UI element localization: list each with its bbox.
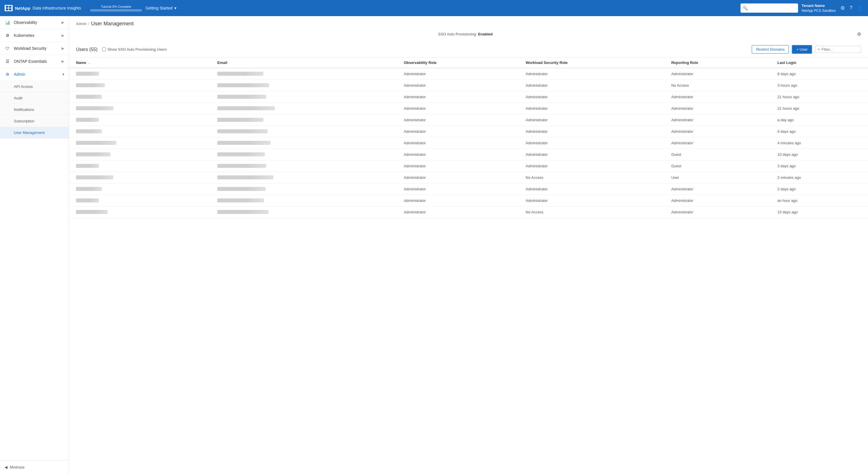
- cell-workload-security-role: Administrator: [519, 195, 664, 206]
- col-last-login: Last Login: [770, 58, 868, 68]
- sidebar-item-notifications[interactable]: Notifications: [0, 104, 69, 116]
- getting-started-label: Getting Started: [145, 6, 173, 10]
- cell-name: xxxxxxxx: [69, 149, 210, 160]
- breadcrumb-current: User Management: [91, 21, 133, 27]
- users-count: (55): [89, 47, 97, 52]
- cell-name: xxxxxxxx: [69, 172, 210, 183]
- search-box[interactable]: 🔍: [741, 3, 798, 13]
- users-title-text: Users: [76, 47, 88, 52]
- table-row[interactable]: xxxxxxxxxxxxxxxxxxxxxxxxAdministratorNo …: [69, 172, 868, 183]
- sidebar-item-workload-security[interactable]: 🛡 Workload Security ▶: [0, 42, 69, 55]
- search-input[interactable]: [749, 6, 796, 10]
- app-logo: NetApp Data Infrastructure Insights: [5, 5, 81, 11]
- sso-auto-label: SSO Auto Provisioning:: [438, 32, 477, 36]
- cell-workload-security-role: Administrator: [519, 137, 664, 149]
- chevron-down-icon: ▾: [62, 72, 64, 76]
- sso-checkbox-label[interactable]: Show SSO Auto Provisioning Users: [102, 47, 167, 52]
- sso-settings-icon[interactable]: ⚙: [857, 31, 861, 37]
- sidebar-item-label: Workload Security: [14, 46, 58, 51]
- minimize-button[interactable]: ◀ Minimize: [0, 460, 69, 474]
- cell-email: xxxxxxxxxxxxxxxx: [210, 80, 397, 91]
- cell-reporting-role: Administrator: [664, 137, 770, 149]
- cell-reporting-role: Administrator: [664, 206, 770, 218]
- chevron-right-icon: ▶: [62, 33, 64, 37]
- svg-rect-2: [6, 8, 8, 10]
- table-row[interactable]: xxxxxxxxxxxxxxxxxxxxxxxxAdministratorNo …: [69, 206, 868, 218]
- cell-workload-security-role: Administrator: [519, 80, 664, 91]
- sidebar-item-observability[interactable]: 📊 Observability ▶: [0, 16, 69, 29]
- list-icon: ☰: [5, 59, 10, 64]
- col-name[interactable]: Name ↓: [69, 58, 210, 68]
- table-row[interactable]: xxxxxxxxxxxxxxxxxxxxxxxxAdministratorAdm…: [69, 183, 868, 195]
- tutorial-progress-bar: [90, 9, 142, 11]
- cell-last-login: 21 hours ago: [770, 103, 868, 114]
- table-row[interactable]: xxxxxxxxxxxxxxxxxxxxxxxxAdministratorAdm…: [69, 126, 868, 137]
- svg-rect-3: [9, 8, 11, 10]
- cell-observability-role: Administrator: [397, 68, 519, 80]
- audit-label: Audit: [14, 96, 23, 100]
- user-icon[interactable]: 👤: [857, 5, 863, 11]
- users-header: Users (55) Show SSO Auto Provisioning Us…: [69, 41, 868, 58]
- chevron-down-icon: ▾: [175, 6, 177, 10]
- cell-workload-security-role: Administrator: [519, 114, 664, 126]
- filter-input[interactable]: [822, 47, 859, 52]
- cell-observability-role: Administrator: [397, 80, 519, 91]
- svg-rect-1: [9, 6, 11, 8]
- table-row[interactable]: xxxxxxxxxxxxxxxxxxxxxxxxAdministratorAdm…: [69, 80, 868, 91]
- cell-email: xxxxxxxxxxxxxxxx: [210, 172, 397, 183]
- restrict-domains-button[interactable]: Restrict Domains: [752, 45, 789, 54]
- getting-started-button[interactable]: Getting Started ▾: [145, 6, 176, 10]
- cell-reporting-role: Administrator: [664, 183, 770, 195]
- cell-observability-role: Administrator: [397, 103, 519, 114]
- app-name: Data Infrastructure Insights: [33, 6, 81, 10]
- subscription-label: Subscription: [14, 119, 34, 123]
- table-row[interactable]: xxxxxxxxxxxxxxxxxxxxxxxxAdministratorAdm…: [69, 149, 868, 160]
- cell-name: xxxxxxxx: [69, 114, 210, 126]
- table-row[interactable]: xxxxxxxxxxxxxxxxxxxxxxxxAdministratorAdm…: [69, 137, 868, 149]
- sidebar-item-user-management[interactable]: User Management: [0, 127, 69, 139]
- logo-text: NetApp: [15, 6, 30, 11]
- cell-last-login: 4 days ago: [770, 126, 868, 137]
- cell-name: xxxxxxxx: [69, 103, 210, 114]
- table-row[interactable]: xxxxxxxxxxxxxxxxxxxxxxxxAdministratorAdm…: [69, 114, 868, 126]
- svg-rect-0: [6, 6, 8, 8]
- cell-observability-role: Administrator: [397, 183, 519, 195]
- filter-input-wrapper[interactable]: ≡: [815, 46, 861, 53]
- breadcrumb-parent[interactable]: Admin: [76, 22, 87, 26]
- chevron-right-icon: ▶: [62, 47, 64, 50]
- breadcrumb: Admin / User Management: [69, 16, 868, 29]
- bar-chart-icon: 📊: [5, 20, 10, 25]
- cell-email: xxxxxxxxxxxxxxxx: [210, 160, 397, 172]
- cell-last-login: 15 days ago: [770, 206, 868, 218]
- users-actions: Restrict Domains + User ≡: [752, 45, 861, 54]
- table-row[interactable]: xxxxxxxxxxxxxxxxxxxxxxxxAdministratorAdm…: [69, 160, 868, 172]
- sidebar-item-api-access[interactable]: API Access: [0, 81, 69, 92]
- cell-email: xxxxxxxxxxxxxxxx: [210, 195, 397, 206]
- sidebar-item-kubernetes[interactable]: ⚙ Kubernetes ▶: [0, 29, 69, 42]
- cell-email: xxxxxxxxxxxxxxxx: [210, 183, 397, 195]
- cell-last-login: 10 days ago: [770, 149, 868, 160]
- table-row[interactable]: xxxxxxxxxxxxxxxxxxxxxxxxAdministratorAdm…: [69, 103, 868, 114]
- cell-name: xxxxxxxx: [69, 183, 210, 195]
- sso-checkbox[interactable]: [102, 48, 106, 51]
- cell-observability-role: Administrator: [397, 114, 519, 126]
- cell-observability-role: Administrator: [397, 91, 519, 103]
- add-user-button[interactable]: + User: [792, 45, 812, 54]
- cell-observability-role: Administrator: [397, 206, 519, 218]
- kubernetes-icon: ⚙: [5, 33, 10, 38]
- table-row[interactable]: xxxxxxxxxxxxxxxxxxxxxxxxAdministratorAdm…: [69, 68, 868, 80]
- admin-gear-icon: ⚙: [5, 72, 10, 77]
- cell-last-login: 3 days ago: [770, 160, 868, 172]
- help-icon[interactable]: ?: [849, 5, 852, 11]
- cell-last-login: 4 minutes ago: [770, 137, 868, 149]
- table-row[interactable]: xxxxxxxxxxxxxxxxxxxxxxxxAdministratorAdm…: [69, 195, 868, 206]
- main-content: Admin / User Management SSO Auto Provisi…: [69, 16, 868, 474]
- sidebar-item-ontap-essentials[interactable]: ☰ ONTAP Essentials ▶: [0, 55, 69, 68]
- sidebar-item-audit[interactable]: Audit: [0, 92, 69, 104]
- notifications-label: Notifications: [14, 108, 34, 112]
- search-icon: 🔍: [743, 6, 748, 10]
- settings-icon[interactable]: ⚙: [840, 5, 845, 11]
- table-row[interactable]: xxxxxxxxxxxxxxxxxxxxxxxxAdministratorAdm…: [69, 91, 868, 103]
- sidebar-item-subscription[interactable]: Subscription: [0, 116, 69, 127]
- sidebar-item-admin[interactable]: ⚙ Admin ▾: [0, 68, 69, 81]
